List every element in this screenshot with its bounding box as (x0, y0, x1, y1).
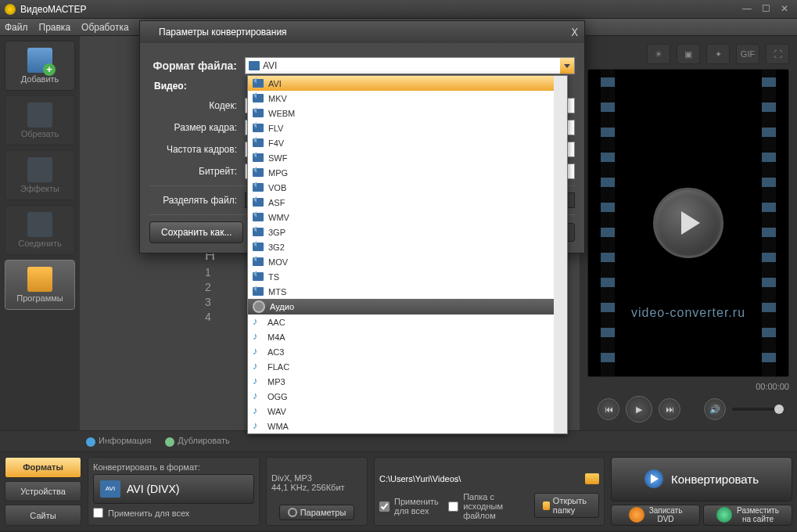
dropdown-category-audio: Аудио (248, 299, 567, 315)
apply-all-checkbox[interactable]: Применить для всех (93, 508, 254, 518)
convert-button[interactable]: Конвертировать (611, 457, 792, 501)
scrollbar[interactable] (554, 76, 567, 433)
prev-button[interactable]: ⏮ (598, 398, 619, 420)
cut-icon (27, 102, 52, 128)
dropdown-item-wav[interactable]: WAV (248, 404, 567, 419)
dialog-title: Параметры конвертирования (159, 27, 287, 38)
video-file-icon (253, 198, 264, 207)
format-display[interactable]: AVI AVI (DIVX) (93, 474, 254, 504)
burn-dvd-button[interactable]: ЗаписатьDVD (611, 505, 700, 526)
dropdown-item-3g2[interactable]: 3G2 (248, 239, 567, 254)
video-file-icon (253, 183, 264, 192)
format-tabs: Форматы Устройства Сайты (5, 457, 81, 526)
dropdown-item-avi[interactable]: AVI (248, 76, 567, 91)
preview-tool-3[interactable]: GIF (736, 44, 759, 64)
sidebar-cut-button: Обрезать (5, 95, 75, 146)
preview-toolbar: ☀▣✦GIF⛶ (587, 44, 789, 64)
minimize-button[interactable]: — (739, 3, 755, 16)
dropdown-item-flv[interactable]: FLV (248, 120, 567, 135)
menu-file[interactable]: Файл (5, 22, 28, 33)
avi-icon: AVI (100, 480, 120, 498)
dropdown-item-webm[interactable]: WEBM (248, 106, 567, 120)
maximize-button[interactable]: ☐ (758, 3, 774, 16)
tab-devices[interactable]: Устройства (5, 481, 81, 502)
dropdown-item-mov[interactable]: MOV (248, 254, 567, 269)
dropdown-item-mts[interactable]: MTS (248, 284, 567, 299)
audio-file-icon (253, 376, 261, 386)
tab-sites[interactable]: Сайты (5, 505, 81, 526)
film-strip-icon (601, 70, 615, 376)
video-file-icon (253, 228, 264, 236)
publish-button[interactable]: Разместитьна сайте (703, 505, 792, 526)
video-file-icon (253, 272, 264, 281)
close-button[interactable]: ✕ (777, 3, 792, 16)
dropdown-item-aac[interactable]: AAC (248, 315, 567, 329)
film-strip-icon (762, 70, 776, 376)
dropdown-item-m4a[interactable]: M4A (248, 329, 567, 344)
dropdown-item-flac[interactable]: FLAC (248, 359, 567, 374)
video-file-icon (253, 257, 264, 266)
preview-tool-4[interactable]: ⛶ (766, 44, 789, 64)
audio-file-icon (253, 421, 261, 431)
dropdown-item-3gp[interactable]: 3GP (248, 225, 567, 239)
dropdown-item-vob[interactable]: VOB (248, 180, 567, 195)
play-button[interactable]: ▶ (626, 396, 652, 422)
sidebar-key-button[interactable]: Программы (5, 260, 75, 310)
app-logo-icon (146, 27, 156, 37)
convert-panel: Конвертировать ЗаписатьDVD Разместитьна … (611, 457, 792, 526)
video-file-icon (253, 124, 264, 132)
format-dropdown[interactable]: AVIMKVWEBMFLVF4VSWFMPGVOBASFWMV3GP3G2MOV… (247, 75, 568, 434)
video-file-icon (253, 138, 264, 147)
save-as-button[interactable]: Сохранить как... (149, 221, 243, 243)
preview-brand: video-converter.ru (631, 306, 745, 320)
next-button[interactable]: ⏭ (659, 398, 680, 420)
play-controls: ⏮ ▶ ⏭ 🔊 (587, 396, 789, 422)
video-file-icon (253, 213, 264, 221)
preview-play-icon[interactable] (653, 188, 723, 258)
key-icon (27, 267, 52, 292)
menu-process[interactable]: Обработка (81, 22, 129, 33)
dropdown-item-f4v[interactable]: F4V (248, 135, 567, 150)
preview-tool-1[interactable]: ▣ (677, 44, 700, 64)
folder-icon (543, 501, 550, 510)
sidebar-add-button[interactable]: Добавить (5, 41, 75, 91)
dropdown-item-mkv[interactable]: MKV (248, 91, 567, 106)
dropdown-item-swf[interactable]: SWF (248, 150, 567, 165)
format-combo[interactable]: AVI (245, 57, 575, 74)
format-panel: Конвертировать в формат: AVI AVI (DIVX) … (88, 457, 260, 526)
dropdown-item-ac3[interactable]: AC3 (248, 344, 567, 359)
dropdown-item-wmv[interactable]: WMV (248, 210, 567, 225)
preview-tool-2[interactable]: ✦ (706, 44, 730, 64)
dropdown-item-asf[interactable]: ASF (248, 195, 567, 210)
audio-file-icon (253, 332, 261, 342)
dropdown-item-mpg[interactable]: MPG (248, 165, 567, 180)
dropdown-item-mp3[interactable]: MP3 (248, 374, 567, 389)
dialog-titlebar: Параметры конвертирования X (140, 21, 584, 43)
menu-edit[interactable]: Правка (39, 22, 71, 33)
preview-box: video-converter.ru (587, 69, 789, 377)
src-folder-checkbox[interactable]: Папка с исходным файлом (448, 492, 526, 520)
dropdown-item-ogg[interactable]: OGG (248, 389, 567, 404)
dialog-close-button[interactable]: X (572, 26, 578, 38)
preview-panel: ☀▣✦GIF⛶ video-converter.ru 00:00:00 ⏮ ▶ … (580, 36, 797, 430)
info-button[interactable]: Информация (86, 436, 151, 446)
app-title: ВидеоМАСТЕР (20, 4, 736, 15)
title-bar: ВидеоМАСТЕР — ☐ ✕ (0, 0, 797, 19)
codec-panel: DivX, MP3 44,1 KHz, 256Кбит Параметры (266, 457, 368, 526)
volume-button[interactable]: 🔊 (704, 398, 726, 420)
split-label: Разделять файл: (149, 195, 245, 206)
path-apply-all-checkbox[interactable]: Применить для всех (379, 497, 440, 516)
video-file-icon (253, 109, 264, 117)
join-icon (27, 212, 52, 237)
duplicate-button[interactable]: Дублировать (165, 436, 229, 446)
preview-tool-0[interactable]: ☀ (647, 44, 670, 64)
dropdown-item-wma[interactable]: WMA (248, 419, 567, 433)
params-button[interactable]: Параметры (279, 505, 355, 520)
sidebar-fx-button: Эффекты (5, 150, 75, 200)
open-folder-button[interactable]: Открыть папку (534, 493, 599, 518)
dropdown-item-ts[interactable]: TS (248, 269, 567, 284)
tab-formats[interactable]: Форматы (5, 457, 81, 478)
volume-slider[interactable] (732, 408, 779, 411)
folder-icon[interactable] (585, 473, 599, 484)
video-file-icon (253, 168, 264, 177)
